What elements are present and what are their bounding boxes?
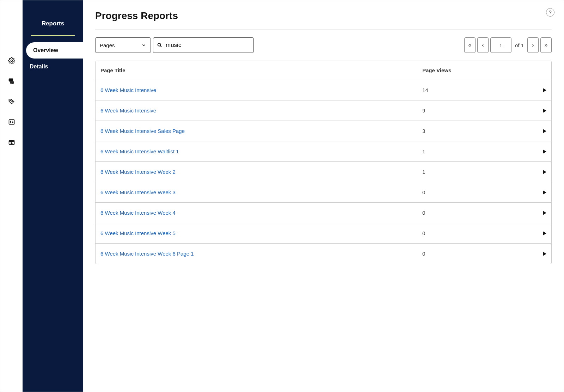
page-first-button[interactable]: « [464,37,476,53]
table-row: 6 Week Music Intensive9 [96,100,551,121]
header-page-title: Page Title [96,61,417,80]
svg-marker-23 [543,211,546,215]
row-page-views: 3 [417,121,530,141]
header-page-views: Page Views [417,61,530,80]
triangle-right-icon [543,129,546,133]
svg-marker-14 [11,142,12,144]
main-content: ? Progress Reports Pages [83,0,564,392]
svg-marker-22 [543,190,546,195]
row-page-title-link[interactable]: 6 Week Music Intensive Week 5 [96,223,417,243]
page-current-field[interactable] [490,37,511,53]
table-row: 6 Week Music Intensive Week 21 [96,161,551,182]
triangle-right-icon [543,149,546,154]
svg-marker-21 [543,170,546,174]
row-page-title-link[interactable]: 6 Week Music Intensive [96,100,417,121]
triangle-right-icon [543,252,546,256]
sidebar-item-details[interactable]: Details [23,59,83,75]
row-expand-button[interactable] [530,122,551,140]
search-input[interactable] [166,42,250,49]
row-expand-button[interactable] [530,183,551,202]
sliders-icon[interactable] [8,118,16,126]
page-total-label: of 1 [515,42,524,48]
row-page-views: 1 [417,162,530,182]
controls-left: Pages [95,37,254,53]
triangle-right-icon [543,190,546,195]
row-page-title-link[interactable]: 6 Week Music Intensive Week 4 [96,203,417,223]
row-page-title-link[interactable]: 6 Week Music Intensive Week 6 Page 1 [96,244,417,264]
svg-point-0 [11,60,12,62]
page-next-button[interactable]: › [527,37,539,53]
sidebar-underline [31,35,75,36]
table-header: Page Title Page Views [96,61,551,80]
svg-marker-25 [543,252,546,256]
gear-icon[interactable] [8,57,16,65]
row-expand-button[interactable] [530,224,551,243]
search-icon [157,42,163,48]
controls-row: Pages « ‹ [95,37,552,53]
row-page-title-link[interactable]: 6 Week Music Intensive Week 2 [96,162,417,182]
row-expand-button[interactable] [530,142,551,161]
icon-rail [0,0,23,392]
sidebar-item-label: Overview [33,47,58,53]
svg-marker-24 [543,231,546,235]
row-page-views: 1 [417,141,530,161]
triangle-right-icon [543,88,546,92]
triangle-right-icon [543,231,546,235]
svg-line-16 [160,46,162,47]
svg-rect-4 [9,120,14,124]
page-title: Progress Reports [95,10,552,22]
svg-marker-17 [543,88,546,92]
search-box[interactable] [153,37,254,53]
row-page-title-link[interactable]: 6 Week Music Intensive Waitlist 1 [96,141,417,161]
row-expand-button[interactable] [530,204,551,222]
comments-icon[interactable] [8,77,16,85]
triangle-right-icon [543,170,546,174]
app-root: Reports Overview Details ? Progress Repo… [0,0,564,392]
row-page-views: 0 [417,182,530,202]
table-row: 6 Week Music Intensive Week 6 Page 10 [96,243,551,264]
svg-marker-20 [543,149,546,154]
row-expand-button[interactable] [530,245,551,263]
svg-marker-19 [543,129,546,133]
row-page-title-link[interactable]: 6 Week Music Intensive Sales Page [96,121,417,141]
pagination: « ‹ of 1 › » [464,37,552,53]
divider [95,29,552,30]
help-button[interactable]: ? [546,8,554,17]
page-last-button[interactable]: » [540,37,552,53]
page-prev-button[interactable]: ‹ [477,37,489,53]
row-page-views: 0 [417,203,530,223]
sidebar-item-label: Details [30,63,48,69]
triangle-right-icon [543,109,546,113]
svg-marker-18 [543,109,546,113]
triangle-right-icon [543,211,546,215]
double-chevron-left-icon: « [468,42,472,48]
sidebar: Reports Overview Details [23,0,83,392]
row-page-title-link[interactable]: 6 Week Music Intensive Week 3 [96,182,417,202]
chevron-down-icon [141,43,146,48]
results-table: Page Title Page Views 6 Week Music Inten… [95,61,552,264]
svg-point-15 [158,43,161,46]
table-row: 6 Week Music Intensive Waitlist 11 [96,141,551,161]
sidebar-item-overview[interactable]: Overview [26,42,83,59]
double-chevron-right-icon: » [545,42,548,48]
header-expand [530,61,551,80]
table-row: 6 Week Music Intensive14 [96,80,551,100]
row-page-views: 0 [417,244,530,264]
row-page-views: 0 [417,223,530,243]
page-current-input[interactable] [491,42,511,48]
svg-point-8 [12,122,13,123]
table-row: 6 Week Music Intensive Week 30 [96,182,551,202]
row-expand-button[interactable] [530,102,551,120]
chevron-right-icon: › [532,42,534,48]
filter-dropdown[interactable]: Pages [95,37,151,53]
filter-selected: Pages [100,42,115,48]
row-expand-button[interactable] [530,163,551,181]
row-expand-button[interactable] [530,81,551,99]
video-icon[interactable] [8,139,16,146]
row-page-views: 9 [417,100,530,121]
svg-point-6 [10,121,11,122]
tag-icon[interactable] [8,98,16,105]
row-page-views: 14 [417,80,530,100]
help-icon: ? [549,10,552,15]
row-page-title-link[interactable]: 6 Week Music Intensive [96,80,417,100]
